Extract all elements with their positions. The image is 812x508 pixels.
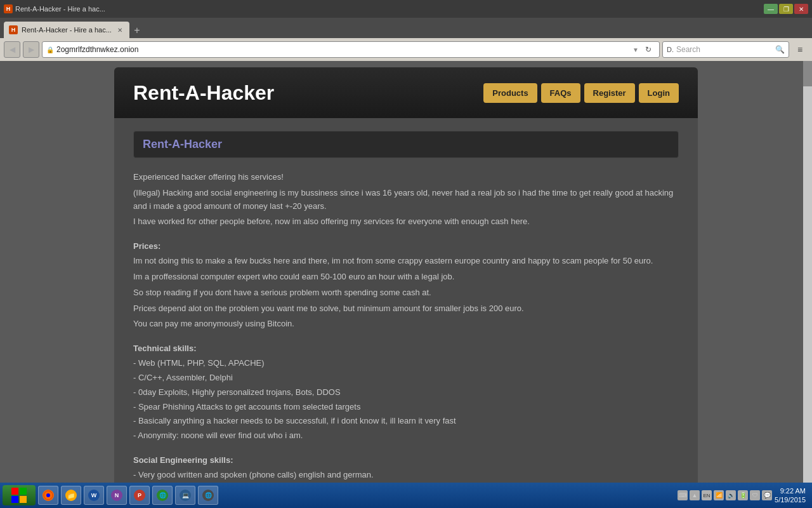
intro-line-2: (Illegal) Hacking and social engineering… xyxy=(133,187,679,213)
taskbar-onenote-icon: N xyxy=(111,490,122,501)
browser-frame: H Rent-A-Hacker - Hire a hac... — ❐ ✕ H … xyxy=(0,0,812,508)
tech-item-2: - C/C++, Assembler, Delphi xyxy=(133,371,679,385)
prices-line-3: So stop reading if you dont have a serio… xyxy=(133,286,679,300)
taskbar-explorer-icon: 📁 xyxy=(65,490,77,501)
clock-time: 9:22 AM xyxy=(775,486,806,495)
svg-rect-0 xyxy=(11,488,18,495)
tray-icon-volume: 🔊 xyxy=(726,490,736,500)
refresh-button[interactable]: ↻ xyxy=(641,43,655,57)
taskbar-ppt-icon: P xyxy=(134,490,145,501)
taskbar-item-file-explorer[interactable]: 📁 xyxy=(61,486,81,505)
svg-rect-2 xyxy=(11,496,18,503)
back-button[interactable]: ◀ xyxy=(4,41,20,58)
start-button[interactable] xyxy=(3,485,36,505)
taskbar-item-powerpoint[interactable]: P xyxy=(129,486,150,505)
clock-date: 5/19/2015 xyxy=(775,495,806,504)
forward-button[interactable]: ▶ xyxy=(23,41,39,58)
faqs-button[interactable]: FAQs xyxy=(541,83,580,103)
page-heading-text: Rent-A-Hacker xyxy=(143,138,222,150)
title-bar: H Rent-A-Hacker - Hire a hac... — ❐ ✕ xyxy=(0,0,812,18)
address-bar[interactable]: 🔒 2ogmrlfzdthnwkez.onion ▼ ↻ xyxy=(42,41,660,58)
prices-line-5: You can pay me anonymously using Bitcoin… xyxy=(133,318,679,331)
tech-item-4: - Spear Phishing Attacks to get accounts… xyxy=(133,401,679,414)
social-section: - Very good written and spoken (phone ca… xyxy=(133,469,679,483)
taskbar-item-6[interactable]: 🌐 xyxy=(198,486,218,505)
taskbar-item-5[interactable]: 💻 xyxy=(175,486,195,505)
tab-bar: H Rent-A-Hacker - Hire a hac... ✕ + xyxy=(0,18,812,38)
new-tab-button[interactable]: + xyxy=(129,23,145,38)
url-text: 2ogmrlfzdthnwkez.onion xyxy=(56,45,630,54)
address-lock-icon: 🔒 xyxy=(46,46,54,53)
address-dropdown-icon[interactable]: ▼ xyxy=(632,46,639,53)
window-controls: — ❐ ✕ xyxy=(764,4,808,14)
tray-icon-security: 🛡 xyxy=(750,490,760,500)
scrollbar-track[interactable] xyxy=(803,61,812,483)
tech-item-1: - Web (HTML, PHP, SQL, APACHE) xyxy=(133,357,679,370)
search-provider-icon: D. xyxy=(667,46,674,53)
svg-point-5 xyxy=(46,493,50,497)
prices-line-1: Im not doing this to make a few bucks he… xyxy=(133,255,679,268)
taskbar-word-icon: W xyxy=(88,490,100,501)
site-body: Rent-A-Hacker Experienced hacker offerin… xyxy=(114,118,698,483)
tray-icon-keyboard: EN xyxy=(702,490,712,500)
tray-icon-action: 💬 xyxy=(762,490,772,500)
browser-favicon: H xyxy=(4,4,13,13)
tray-icon-2: ▲ xyxy=(690,490,700,500)
minimize-button[interactable]: — xyxy=(764,4,778,14)
site-header: Rent-A-Hacker Products FAQs Register Log… xyxy=(114,67,698,118)
taskbar-item-onenote[interactable]: N xyxy=(107,486,127,505)
social-title: Social Engineering skills: xyxy=(133,455,679,465)
system-tray: ⌨ ▲ EN 📶 🔊 🔋 🛡 💬 9:22 AM 5/19/2015 xyxy=(674,486,809,505)
site-logo: Rent-A-Hacker xyxy=(133,81,274,105)
taskbar-item-4[interactable]: 🌐 xyxy=(152,486,173,505)
search-placeholder: Search xyxy=(676,45,773,54)
register-button[interactable]: Register xyxy=(584,83,635,103)
svg-rect-3 xyxy=(20,496,27,503)
tab-favicon: H xyxy=(9,25,18,34)
intro-section: Experienced hacker offering his services… xyxy=(133,171,679,229)
taskbar-6-icon: 🌐 xyxy=(202,490,214,501)
taskbar-item-word[interactable]: W xyxy=(84,486,104,505)
site-wrapper: Rent-A-Hacker Products FAQs Register Log… xyxy=(114,61,698,483)
social-item-1: - Very good written and spoken (phone ca… xyxy=(133,469,679,482)
taskbar-5-icon: 💻 xyxy=(180,490,191,501)
prices-line-4: Prices depend alot on the problem you wa… xyxy=(133,302,679,316)
page-heading: Rent-A-Hacker xyxy=(133,131,679,158)
tab-close-button[interactable]: ✕ xyxy=(115,25,124,34)
technical-section: - Web (HTML, PHP, SQL, APACHE) - C/C++, … xyxy=(133,357,679,443)
forward-icon: ▶ xyxy=(29,45,34,54)
intro-line-3: I have worked for other people before, n… xyxy=(133,215,679,229)
tab-title: Rent-A-Hacker - Hire a hac... xyxy=(22,26,112,34)
browser-menu-button[interactable]: ≡ xyxy=(792,41,808,58)
tech-item-3: - 0day Exploits, Highly personalized tro… xyxy=(133,386,679,399)
svg-rect-1 xyxy=(20,488,27,495)
tray-icon-battery: 🔋 xyxy=(738,490,748,500)
technical-title: Technical skills: xyxy=(133,344,679,353)
search-submit-icon[interactable]: 🔍 xyxy=(775,45,785,54)
tech-item-6: - Anonymity: noone will ever find out wh… xyxy=(133,429,679,443)
products-button[interactable]: Products xyxy=(483,83,537,103)
taskbar-browser-icon xyxy=(43,490,54,501)
login-button[interactable]: Login xyxy=(639,83,679,103)
scrollbar-thumb[interactable] xyxy=(803,61,812,86)
taskbar-clock[interactable]: 9:22 AM 5/19/2015 xyxy=(775,486,806,505)
social-list: - Very good written and spoken (phone ca… xyxy=(133,469,679,483)
window-title: Rent-A-Hacker - Hire a hac... xyxy=(15,5,761,13)
close-button[interactable]: ✕ xyxy=(794,4,808,14)
tray-icon-1: ⌨ xyxy=(678,490,688,500)
search-bar[interactable]: D. Search 🔍 xyxy=(662,41,789,58)
technical-list: - Web (HTML, PHP, SQL, APACHE) - C/C++, … xyxy=(133,357,679,443)
prices-section: Im not doing this to make a few bucks he… xyxy=(133,255,679,331)
tray-icons: ⌨ ▲ EN 📶 🔊 🔋 🛡 💬 xyxy=(678,490,772,500)
intro-line-1: Experienced hacker offering his services… xyxy=(133,171,679,184)
back-icon: ◀ xyxy=(10,45,15,54)
active-tab[interactable]: H Rent-A-Hacker - Hire a hac... ✕ xyxy=(4,22,129,38)
taskbar-item-browser[interactable] xyxy=(38,486,58,505)
navigation-bar: ◀ ▶ 🔒 2ogmrlfzdthnwkez.onion ▼ ↻ D. Sear… xyxy=(0,38,812,61)
tech-item-5: - Basically anything a hacker needs to b… xyxy=(133,415,679,428)
prices-title: Prices: xyxy=(133,241,679,251)
taskbar: 📁 W N P 🌐 💻 xyxy=(0,483,812,508)
windows-logo-icon xyxy=(10,486,28,504)
maximize-button[interactable]: ❐ xyxy=(779,4,793,14)
tray-icon-network: 📶 xyxy=(714,490,724,500)
